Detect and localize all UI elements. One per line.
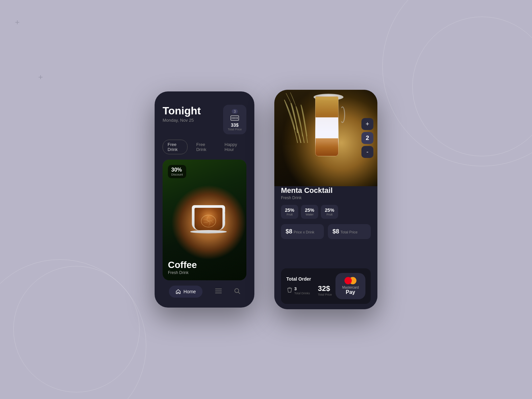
total-order-section: Total Order 3 Total Drinks bbox=[281, 268, 371, 304]
price-row: $8 Price x Drink $8 Total Price bbox=[281, 224, 371, 239]
ingredient-1: 25% Water bbox=[301, 205, 318, 219]
svg-rect-7 bbox=[215, 289, 222, 289]
bg-cross-2: + bbox=[38, 73, 43, 81]
cart-price-label: Total Price bbox=[228, 128, 242, 131]
svg-rect-8 bbox=[215, 291, 222, 291]
total-price-label: Total Price bbox=[318, 293, 332, 296]
home-button[interactable]: Home bbox=[169, 286, 202, 298]
mc-brand-label: Mastercard bbox=[341, 286, 360, 289]
filter-tabs: Free Drink Free Drink Happy Hour bbox=[155, 140, 254, 160]
qty-value: 2 bbox=[361, 132, 373, 144]
mastercard-logo bbox=[341, 277, 360, 284]
cart-icon bbox=[230, 115, 239, 122]
drinks-count-label: Total Drinks bbox=[294, 292, 310, 295]
discount-badge: 30% Discount bbox=[168, 165, 186, 178]
tonight-title: Tonight bbox=[163, 105, 201, 117]
drinks-icon-wrap: 3 Total Drinks bbox=[286, 286, 310, 295]
coffee-name: Coffee bbox=[168, 260, 241, 270]
home-icon bbox=[176, 289, 181, 294]
header-text: Tonight Monday, Nov 25 bbox=[163, 105, 201, 123]
bg-circle-2 bbox=[13, 266, 140, 392]
ingredient-0: 25% Fruit bbox=[281, 205, 298, 219]
price-per-drink-chip: $8 Price x Drink bbox=[281, 224, 324, 239]
total-price-value: 32$ bbox=[318, 284, 330, 293]
drinks-icon bbox=[286, 287, 293, 294]
coffee-type: Fresh Drink bbox=[168, 270, 241, 275]
mastercard-pay-button[interactable]: Mastercard Pay bbox=[335, 273, 365, 299]
coffee-cup bbox=[189, 205, 228, 238]
drink-hero: + 2 - bbox=[274, 90, 377, 186]
total-order-label: Total Order bbox=[286, 276, 332, 282]
phone-right: + 2 - Menta Cocktail Fresh Drink 25% Fru… bbox=[274, 90, 377, 309]
home-label: Home bbox=[184, 289, 196, 294]
phone-left: Tonight Monday, Nov 25 3 33$ Total Price bbox=[155, 91, 254, 308]
coffee-card[interactable]: 30% Discount Coffee Fresh Drink bbox=[163, 160, 246, 280]
bg-cross-1: + bbox=[15, 18, 20, 26]
card-footer: Coffee Fresh Drink bbox=[163, 254, 246, 280]
cart-price: 33$ bbox=[228, 122, 242, 128]
ingredient-2: 25% Fruit bbox=[321, 205, 338, 219]
latte-art bbox=[199, 213, 218, 229]
menu-icon[interactable] bbox=[215, 288, 222, 295]
drinks-count: 3 bbox=[294, 286, 297, 291]
qty-minus-button[interactable]: - bbox=[361, 146, 373, 158]
detail-panel: Menta Cocktail Fresh Drink 25% Fruit 25%… bbox=[274, 180, 377, 309]
mc-pay-label: Pay bbox=[341, 289, 360, 295]
drink-subtitle: Fresh Drink bbox=[281, 196, 371, 200]
svg-line-11 bbox=[238, 292, 240, 294]
phones-wrapper: Tonight Monday, Nov 25 3 33$ Total Price bbox=[155, 90, 377, 309]
filter-tab-1[interactable]: Free Drink bbox=[192, 140, 216, 154]
ingredients-row: 25% Fruit 25% Water 25% Fruit bbox=[281, 205, 371, 219]
total-info: Total Order 3 Total Drinks bbox=[286, 276, 332, 296]
filter-tab-2[interactable]: Happy Hour bbox=[220, 140, 246, 154]
search-icon[interactable] bbox=[234, 288, 240, 296]
svg-point-10 bbox=[235, 289, 239, 293]
discount-label: Discount bbox=[171, 173, 183, 176]
total-price-chip: $8 Total Price bbox=[328, 224, 371, 239]
drink-title: Menta Cocktail bbox=[281, 186, 371, 195]
total-drinks-row: 3 Total Drinks 32$ Total Price bbox=[286, 284, 332, 296]
mc-red-circle bbox=[344, 277, 352, 284]
iced-coffee-glass bbox=[315, 96, 342, 170]
cart-count: 3 bbox=[232, 109, 238, 114]
svg-rect-9 bbox=[215, 293, 222, 293]
bottom-nav: Home bbox=[155, 280, 254, 308]
cart-badge[interactable]: 3 33$ Total Price bbox=[223, 105, 246, 134]
date-subtitle: Monday, Nov 25 bbox=[163, 118, 201, 123]
qty-plus-button[interactable]: + bbox=[361, 118, 373, 130]
quantity-controls: + 2 - bbox=[361, 118, 373, 158]
filter-tab-0[interactable]: Free Drink bbox=[163, 140, 188, 154]
phone-left-header: Tonight Monday, Nov 25 3 33$ Total Price bbox=[155, 91, 254, 140]
